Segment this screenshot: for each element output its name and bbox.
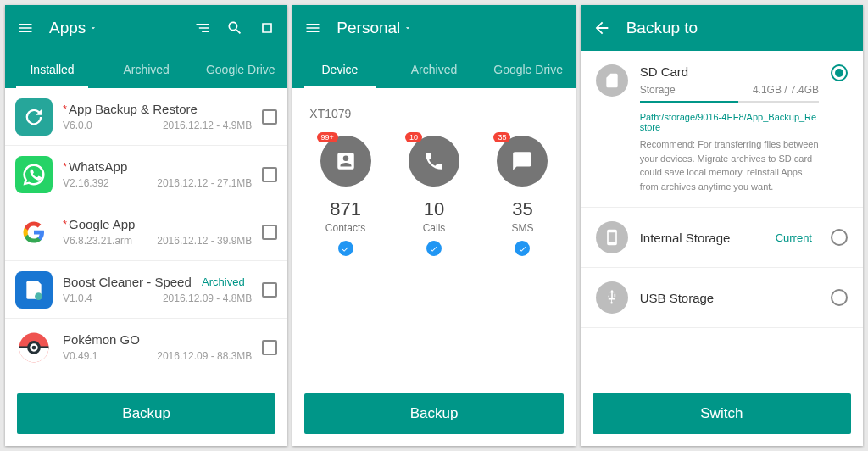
checkbox[interactable]	[262, 167, 277, 182]
tab-googledrive[interactable]: Google Drive	[481, 51, 576, 88]
check-icon[interactable]	[515, 241, 530, 256]
select-all-icon[interactable]	[259, 19, 275, 36]
screen-backup-to: Backup to SD CardStorage4.1GB / 7.4GBPat…	[581, 5, 863, 446]
page-title-backupto: Backup to	[626, 19, 698, 37]
app-sub: V6.0.02016.12.12 - 4.9MB	[63, 120, 252, 131]
star-icon: *	[63, 218, 67, 231]
app-name: *Google App	[63, 217, 252, 231]
checkbox[interactable]	[262, 282, 277, 298]
app-icon	[15, 271, 53, 309]
category-label: Contacts	[326, 222, 365, 234]
app-name: Pokémon GO	[63, 332, 252, 347]
app-row[interactable]: *Google AppV6.8.23.21.arm2016.12.12 - 39…	[5, 203, 287, 261]
app-info: *Google AppV6.8.23.21.arm2016.12.12 - 39…	[63, 217, 252, 247]
menu-icon[interactable]	[304, 19, 321, 36]
category-count: 871	[330, 198, 361, 220]
app-icon	[15, 329, 53, 366]
toolbar: Backup to	[581, 5, 863, 51]
storage-option[interactable]: Internal StorageCurrent	[581, 208, 863, 268]
app-name: *App Backup & Restore	[63, 102, 252, 116]
app-info: *App Backup & RestoreV6.0.02016.12.12 - …	[63, 102, 252, 131]
backup-button[interactable]: Backup	[304, 393, 563, 434]
tab-googledrive[interactable]: Google Drive	[193, 51, 287, 88]
app-name: Boost Cleaner - Speed Archived	[63, 275, 252, 289]
tab-archived[interactable]: Archived	[387, 51, 481, 88]
current-tag: Current	[776, 231, 812, 244]
app-row[interactable]: *WhatsAppV2.16.3922016.12.12 - 27.1MB	[5, 146, 287, 203]
menu-icon[interactable]	[17, 19, 34, 36]
category-icon: 10	[409, 136, 459, 187]
category-icon: 99+	[320, 136, 371, 187]
app-icon	[15, 156, 53, 193]
personal-content: XT1079 99+871Contacts1010Calls3535SMS	[292, 88, 575, 385]
storage-option[interactable]: USB Storage	[581, 268, 863, 328]
category-label: SMS	[511, 222, 533, 234]
category-contacts[interactable]: 99+871Contacts	[308, 136, 384, 256]
app-row[interactable]: Boost Cleaner - Speed ArchivedV1.0.42016…	[5, 261, 287, 319]
page-title-personal[interactable]: Personal	[337, 19, 412, 37]
storage-path: Path:/storage/9016-4EF8/App_Backup_Resto…	[640, 112, 819, 132]
app-info: *WhatsAppV2.16.3922016.12.12 - 27.1MB	[63, 159, 252, 189]
page-title-apps[interactable]: Apps	[49, 19, 97, 37]
checkbox[interactable]	[262, 109, 277, 125]
radio[interactable]	[831, 229, 848, 246]
checkbox[interactable]	[262, 225, 277, 240]
app-list: *App Backup & RestoreV6.0.02016.12.12 - …	[5, 88, 287, 385]
check-icon[interactable]	[426, 241, 442, 256]
storage-body: SD CardStorage4.1GB / 7.4GBPath:/storage…	[640, 64, 819, 193]
badge: 10	[405, 132, 422, 142]
category-icon: 35	[497, 136, 548, 187]
category-calls[interactable]: 1010Calls	[396, 136, 472, 256]
back-icon[interactable]	[593, 19, 611, 37]
chevron-down-icon	[89, 24, 97, 32]
checkbox[interactable]	[262, 340, 277, 355]
app-icon	[15, 214, 53, 251]
app-row[interactable]: Pokémon GOV0.49.12016.12.09 - 88.3MB	[5, 319, 287, 376]
storage-name: Internal Storage	[640, 231, 764, 245]
tab-device[interactable]: Device	[292, 51, 387, 88]
app-name: *WhatsApp	[63, 159, 252, 174]
app-sub: V2.16.3922016.12.12 - 27.1MB	[63, 177, 252, 189]
badge: 99+	[317, 132, 338, 142]
storage-sub: Storage4.1GB / 7.4GB	[640, 84, 819, 96]
storage-icon	[596, 221, 628, 253]
tab-installed[interactable]: Installed	[5, 51, 99, 88]
screen-personal: Personal Device Archived Google Drive XT…	[292, 5, 575, 446]
category-row: 99+871Contacts1010Calls3535SMS	[292, 129, 575, 256]
app-icon	[15, 98, 53, 136]
sort-icon[interactable]	[194, 19, 211, 36]
storage-recommend: Recommend: For transferring files betwee…	[640, 137, 819, 193]
storage-name: USB Storage	[640, 291, 819, 305]
device-name: XT1079	[292, 88, 575, 129]
search-icon[interactable]	[226, 19, 243, 36]
radio[interactable]	[831, 64, 848, 81]
title-text: Personal	[337, 19, 400, 37]
category-label: Calls	[423, 222, 446, 234]
app-sub: V1.0.42016.12.09 - 4.8MB	[63, 292, 252, 304]
storage-icon	[596, 64, 628, 97]
tabs-personal: Device Archived Google Drive	[292, 51, 575, 88]
svg-point-0	[35, 292, 42, 300]
toolbar: Personal	[292, 5, 575, 51]
storage-name: SD Card	[640, 64, 819, 79]
tab-archived[interactable]: Archived	[99, 51, 193, 88]
screen-apps: Apps Installed Archived Google Drive *Ap…	[5, 5, 287, 446]
storage-body: Internal Storage	[640, 231, 764, 245]
category-count: 35	[512, 198, 532, 220]
app-row[interactable]: *App Backup & RestoreV6.0.02016.12.12 - …	[5, 88, 287, 146]
storage-option[interactable]: SD CardStorage4.1GB / 7.4GBPath:/storage…	[581, 51, 863, 208]
app-row[interactable]: Google Korean Input	[5, 376, 287, 385]
switch-button[interactable]: Switch	[593, 393, 851, 434]
badge: 35	[493, 132, 510, 142]
star-icon: *	[63, 103, 67, 115]
radio[interactable]	[831, 289, 848, 306]
app-info: Boost Cleaner - Speed ArchivedV1.0.42016…	[63, 275, 252, 304]
category-count: 10	[424, 198, 444, 220]
app-sub: V6.8.23.21.arm2016.12.12 - 39.9MB	[63, 235, 252, 247]
title-text: Apps	[49, 19, 86, 37]
category-sms[interactable]: 3535SMS	[484, 136, 560, 256]
svg-point-4	[32, 345, 36, 349]
check-icon[interactable]	[338, 241, 353, 256]
chevron-down-icon	[403, 24, 412, 32]
backup-button[interactable]: Backup	[17, 393, 275, 434]
